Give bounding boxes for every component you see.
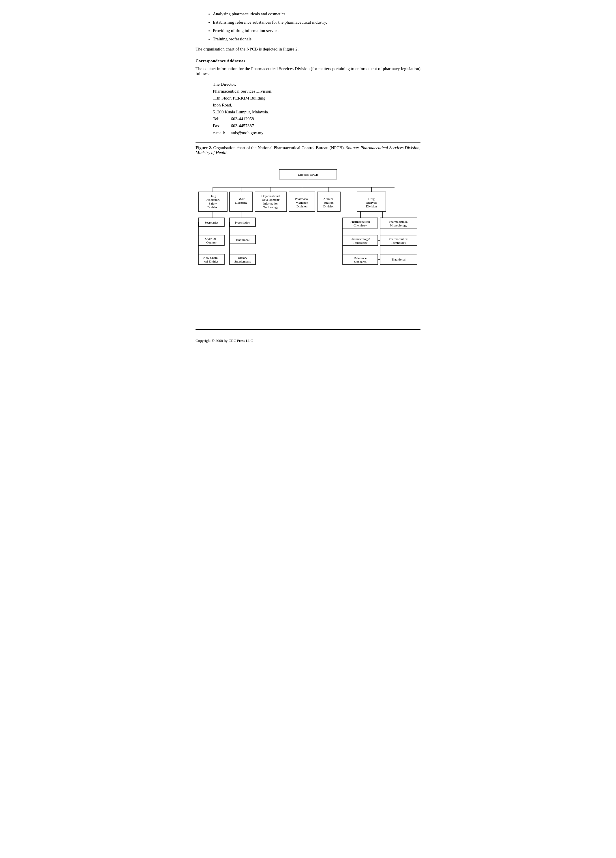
- address-line2: Pharmaceutical Services Division,: [213, 88, 420, 95]
- svg-text:Division: Division: [296, 205, 307, 208]
- svg-text:Safety: Safety: [209, 202, 217, 205]
- figure-label: Figure 2.: [196, 145, 212, 150]
- new-chem-label: New Chemi-: [203, 256, 220, 260]
- email-label: e-mail:: [213, 129, 231, 136]
- traditional-gmp-label: Traditional: [236, 238, 250, 241]
- pharm-tech-label: Pharmaceutical: [389, 237, 408, 241]
- pharm-micro-label: Pharmaceutical: [389, 220, 408, 223]
- svg-text:Technology: Technology: [391, 241, 406, 244]
- drug-eval-label: Drug: [209, 194, 216, 197]
- svg-text:cal Entities: cal Entities: [204, 260, 218, 263]
- figure-text: Organisation chart of the National Pharm…: [212, 145, 346, 150]
- top-rule: [196, 142, 420, 143]
- reference-label: Reference: [354, 256, 367, 260]
- over-counter-label: Over-the-: [205, 237, 218, 240]
- svg-text:Development/: Development/: [262, 198, 280, 201]
- svg-text:Counter: Counter: [206, 241, 217, 244]
- org-chart-container: Director, NPCB Drug Evaluation/ Safet: [196, 163, 420, 323]
- svg-text:Evaluation/: Evaluation/: [206, 198, 220, 201]
- svg-text:Chemistry: Chemistry: [354, 224, 367, 227]
- org-dev-label: Organizational: [261, 194, 280, 197]
- tel-value: 603-4412958: [231, 115, 263, 122]
- secretariat-label: Secretariat: [205, 221, 218, 224]
- address-contact-table: Tel: 603-4412958 Fax: 603-4457387 e-mail…: [213, 115, 263, 136]
- fax-label: Fax:: [213, 122, 231, 129]
- admin-label: Admini-: [323, 197, 334, 201]
- svg-text:Information: Information: [263, 202, 279, 205]
- bullet-item-4: Training professionals.: [213, 37, 420, 42]
- copyright: Copyright © 2000 by CRC Press LLC: [196, 339, 420, 343]
- svg-text:Standards: Standards: [354, 260, 366, 263]
- bullet-item-1: Analysing pharmaceuticals and cosmetics.: [213, 12, 420, 16]
- director-label: Director, NPCB: [298, 173, 318, 176]
- svg-text:Microbiology: Microbiology: [390, 224, 408, 227]
- svg-text:Technology: Technology: [263, 205, 278, 209]
- svg-text:stration: stration: [324, 201, 334, 204]
- email-value: anis@moh.gov.my: [231, 129, 263, 136]
- bullet-list: Analysing pharmaceuticals and cosmetics.…: [213, 12, 420, 42]
- address-block: The Director, Pharmaceutical Services Di…: [213, 81, 420, 136]
- address-line1: The Director,: [213, 81, 420, 88]
- drug-analysis-label: Drug: [368, 197, 375, 201]
- intro-para: The organisation chart of the NPCB is de…: [196, 47, 420, 52]
- dietary-label: Dietary: [238, 256, 247, 260]
- tel-label: Tel:: [213, 115, 231, 122]
- svg-text:Supplements: Supplements: [234, 260, 251, 263]
- svg-text:Analysis: Analysis: [366, 201, 377, 204]
- address-line5: 51200 Kuala Lumpur, Malaysia.: [213, 109, 420, 115]
- contact-intro: The contact information for the Pharmace…: [196, 66, 420, 76]
- address-line4: Ipoh Road,: [213, 101, 420, 109]
- traditional-right-label: Traditional: [392, 258, 406, 261]
- pharmacology-label: Pharmacology/: [351, 237, 370, 241]
- pharm-chem-label: Pharmaceutical: [351, 220, 370, 223]
- bullet-item-3: Providing of drug information service.: [213, 28, 420, 33]
- svg-text:Licensing: Licensing: [235, 201, 247, 204]
- svg-text:Division: Division: [366, 205, 377, 208]
- pharmaco-label: Pharmaco-: [295, 197, 309, 201]
- svg-text:Division: Division: [323, 205, 334, 208]
- section-heading: Correspondence Addresses: [196, 59, 420, 64]
- svg-text:Division: Division: [207, 205, 218, 209]
- bottom-rule: [196, 329, 420, 330]
- org-chart-svg: Director, NPCB Drug Evaluation/ Safet: [196, 166, 420, 317]
- prescription-label: Prescription: [235, 221, 250, 224]
- bullet-item-2: Establishing reference substances for th…: [213, 20, 420, 25]
- bottom-caption-rule: [196, 159, 420, 159]
- svg-text:vigilance: vigilance: [296, 201, 308, 204]
- gmp-label: GMP: [237, 197, 245, 201]
- svg-text:Toxicology: Toxicology: [353, 241, 368, 244]
- address-line3: 11th Floor, PERKIM Building,: [213, 95, 420, 101]
- fax-value: 603-4457387: [231, 122, 263, 129]
- figure-caption: Figure 2. Organisation chart of the Nati…: [196, 145, 420, 155]
